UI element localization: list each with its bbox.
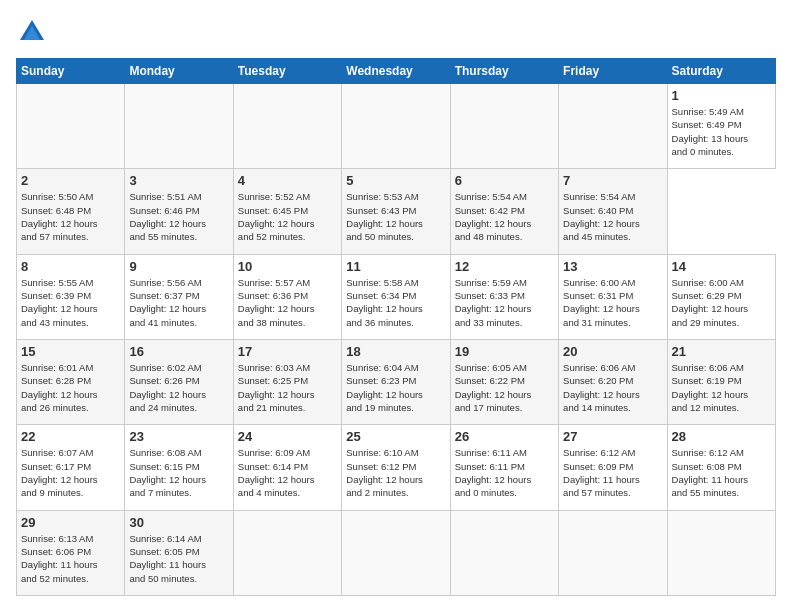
calendar-cell: 13Sunrise: 6:00 AMSunset: 6:31 PMDayligh… (559, 254, 667, 339)
calendar-cell: 6Sunrise: 5:54 AMSunset: 6:42 PMDaylight… (450, 169, 558, 254)
calendar-cell (233, 510, 341, 595)
day-number: 3 (129, 173, 228, 188)
calendar-cell: 4Sunrise: 5:52 AMSunset: 6:45 PMDaylight… (233, 169, 341, 254)
header-tuesday: Tuesday (233, 59, 341, 84)
calendar-week-1: 2Sunrise: 5:50 AMSunset: 6:48 PMDaylight… (17, 169, 776, 254)
day-info: Sunrise: 6:00 AMSunset: 6:29 PMDaylight:… (672, 276, 771, 329)
day-info: Sunrise: 5:54 AMSunset: 6:40 PMDaylight:… (563, 190, 662, 243)
day-number: 9 (129, 259, 228, 274)
calendar-cell (450, 84, 558, 169)
calendar-cell (342, 84, 450, 169)
day-info: Sunrise: 6:11 AMSunset: 6:11 PMDaylight:… (455, 446, 554, 499)
calendar-week-0: 1Sunrise: 5:49 AMSunset: 6:49 PMDaylight… (17, 84, 776, 169)
day-number: 12 (455, 259, 554, 274)
calendar-week-3: 15Sunrise: 6:01 AMSunset: 6:28 PMDayligh… (17, 339, 776, 424)
day-info: Sunrise: 5:58 AMSunset: 6:34 PMDaylight:… (346, 276, 445, 329)
day-number: 23 (129, 429, 228, 444)
calendar-cell: 2Sunrise: 5:50 AMSunset: 6:48 PMDaylight… (17, 169, 125, 254)
calendar-cell (125, 84, 233, 169)
calendar-cell: 25Sunrise: 6:10 AMSunset: 6:12 PMDayligh… (342, 425, 450, 510)
page: SundayMondayTuesdayWednesdayThursdayFrid… (0, 0, 792, 612)
header-thursday: Thursday (450, 59, 558, 84)
day-info: Sunrise: 6:09 AMSunset: 6:14 PMDaylight:… (238, 446, 337, 499)
day-number: 15 (21, 344, 120, 359)
calendar-cell: 8Sunrise: 5:55 AMSunset: 6:39 PMDaylight… (17, 254, 125, 339)
day-number: 14 (672, 259, 771, 274)
calendar-cell: 10Sunrise: 5:57 AMSunset: 6:36 PMDayligh… (233, 254, 341, 339)
day-info: Sunrise: 6:06 AMSunset: 6:19 PMDaylight:… (672, 361, 771, 414)
calendar-cell (559, 510, 667, 595)
logo-icon (16, 16, 48, 48)
day-info: Sunrise: 6:12 AMSunset: 6:08 PMDaylight:… (672, 446, 771, 499)
day-info: Sunrise: 5:59 AMSunset: 6:33 PMDaylight:… (455, 276, 554, 329)
header-sunday: Sunday (17, 59, 125, 84)
calendar-week-5: 29Sunrise: 6:13 AMSunset: 6:06 PMDayligh… (17, 510, 776, 595)
calendar-cell: 9Sunrise: 5:56 AMSunset: 6:37 PMDaylight… (125, 254, 233, 339)
day-number: 26 (455, 429, 554, 444)
calendar-cell: 14Sunrise: 6:00 AMSunset: 6:29 PMDayligh… (667, 254, 775, 339)
calendar-cell: 17Sunrise: 6:03 AMSunset: 6:25 PMDayligh… (233, 339, 341, 424)
calendar-cell: 21Sunrise: 6:06 AMSunset: 6:19 PMDayligh… (667, 339, 775, 424)
day-number: 1 (672, 88, 771, 103)
day-number: 28 (672, 429, 771, 444)
day-info: Sunrise: 6:07 AMSunset: 6:17 PMDaylight:… (21, 446, 120, 499)
calendar-cell: 28Sunrise: 6:12 AMSunset: 6:08 PMDayligh… (667, 425, 775, 510)
calendar-cell: 27Sunrise: 6:12 AMSunset: 6:09 PMDayligh… (559, 425, 667, 510)
calendar-cell: 1Sunrise: 5:49 AMSunset: 6:49 PMDaylight… (667, 84, 775, 169)
day-number: 24 (238, 429, 337, 444)
day-number: 5 (346, 173, 445, 188)
calendar-cell: 26Sunrise: 6:11 AMSunset: 6:11 PMDayligh… (450, 425, 558, 510)
day-number: 13 (563, 259, 662, 274)
day-info: Sunrise: 6:00 AMSunset: 6:31 PMDaylight:… (563, 276, 662, 329)
calendar-cell (450, 510, 558, 595)
calendar-cell: 24Sunrise: 6:09 AMSunset: 6:14 PMDayligh… (233, 425, 341, 510)
day-number: 30 (129, 515, 228, 530)
calendar-cell: 15Sunrise: 6:01 AMSunset: 6:28 PMDayligh… (17, 339, 125, 424)
day-number: 19 (455, 344, 554, 359)
day-info: Sunrise: 5:54 AMSunset: 6:42 PMDaylight:… (455, 190, 554, 243)
day-info: Sunrise: 6:05 AMSunset: 6:22 PMDaylight:… (455, 361, 554, 414)
day-info: Sunrise: 5:49 AMSunset: 6:49 PMDaylight:… (672, 105, 771, 158)
calendar-week-2: 8Sunrise: 5:55 AMSunset: 6:39 PMDaylight… (17, 254, 776, 339)
header-monday: Monday (125, 59, 233, 84)
header-wednesday: Wednesday (342, 59, 450, 84)
day-info: Sunrise: 6:04 AMSunset: 6:23 PMDaylight:… (346, 361, 445, 414)
day-number: 17 (238, 344, 337, 359)
calendar-cell (559, 84, 667, 169)
day-info: Sunrise: 6:01 AMSunset: 6:28 PMDaylight:… (21, 361, 120, 414)
header (16, 16, 776, 48)
calendar-cell: 20Sunrise: 6:06 AMSunset: 6:20 PMDayligh… (559, 339, 667, 424)
day-number: 21 (672, 344, 771, 359)
day-number: 18 (346, 344, 445, 359)
day-info: Sunrise: 5:52 AMSunset: 6:45 PMDaylight:… (238, 190, 337, 243)
day-info: Sunrise: 6:14 AMSunset: 6:05 PMDaylight:… (129, 532, 228, 585)
day-info: Sunrise: 6:03 AMSunset: 6:25 PMDaylight:… (238, 361, 337, 414)
calendar-cell: 7Sunrise: 5:54 AMSunset: 6:40 PMDaylight… (559, 169, 667, 254)
day-info: Sunrise: 6:06 AMSunset: 6:20 PMDaylight:… (563, 361, 662, 414)
day-info: Sunrise: 6:12 AMSunset: 6:09 PMDaylight:… (563, 446, 662, 499)
calendar-cell: 23Sunrise: 6:08 AMSunset: 6:15 PMDayligh… (125, 425, 233, 510)
calendar-cell: 12Sunrise: 5:59 AMSunset: 6:33 PMDayligh… (450, 254, 558, 339)
calendar-cell: 22Sunrise: 6:07 AMSunset: 6:17 PMDayligh… (17, 425, 125, 510)
calendar-cell: 18Sunrise: 6:04 AMSunset: 6:23 PMDayligh… (342, 339, 450, 424)
day-number: 25 (346, 429, 445, 444)
day-info: Sunrise: 6:10 AMSunset: 6:12 PMDaylight:… (346, 446, 445, 499)
calendar-cell (342, 510, 450, 595)
calendar-cell (17, 84, 125, 169)
calendar-week-4: 22Sunrise: 6:07 AMSunset: 6:17 PMDayligh… (17, 425, 776, 510)
day-number: 10 (238, 259, 337, 274)
day-number: 29 (21, 515, 120, 530)
calendar-cell: 11Sunrise: 5:58 AMSunset: 6:34 PMDayligh… (342, 254, 450, 339)
day-info: Sunrise: 5:53 AMSunset: 6:43 PMDaylight:… (346, 190, 445, 243)
header-saturday: Saturday (667, 59, 775, 84)
calendar-cell: 5Sunrise: 5:53 AMSunset: 6:43 PMDaylight… (342, 169, 450, 254)
day-number: 4 (238, 173, 337, 188)
day-number: 8 (21, 259, 120, 274)
calendar-cell (233, 84, 341, 169)
day-number: 6 (455, 173, 554, 188)
day-number: 20 (563, 344, 662, 359)
day-info: Sunrise: 6:13 AMSunset: 6:06 PMDaylight:… (21, 532, 120, 585)
day-number: 22 (21, 429, 120, 444)
day-number: 16 (129, 344, 228, 359)
calendar-header-row: SundayMondayTuesdayWednesdayThursdayFrid… (17, 59, 776, 84)
